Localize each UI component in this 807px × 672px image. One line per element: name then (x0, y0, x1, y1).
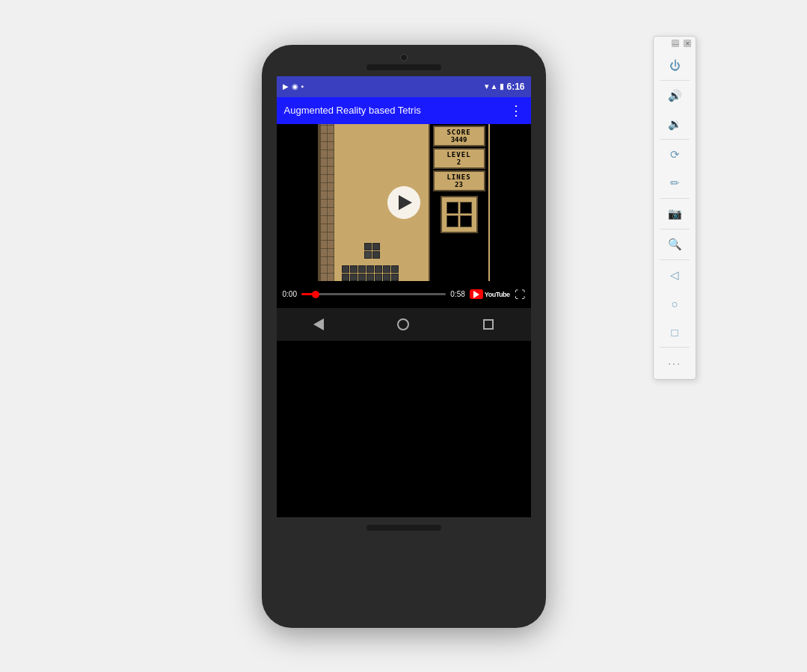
divider-5 (660, 259, 690, 260)
soft-recents-icon: □ (671, 326, 678, 339)
screenshot-icon: 📷 (668, 207, 682, 221)
phone-top (262, 45, 546, 70)
zoom-icon: 🔍 (668, 238, 682, 251)
divider-3 (660, 198, 690, 199)
panel-titlebar: — ✕ (654, 37, 696, 50)
status-bar: ▶ ◉ ▪ ▾ ▲ ▮ 6:16 (277, 76, 531, 97)
soft-recents-button[interactable]: □ (658, 318, 691, 345)
camera-notch (400, 54, 408, 61)
lines-value: 23 (438, 181, 481, 188)
divider-6 (660, 347, 690, 348)
level-label: LEVEL (438, 151, 481, 158)
signal-icon: ▲ (491, 82, 498, 90)
more-dots-icon: ··· (668, 354, 681, 371)
nav-bar (277, 308, 531, 341)
nav-recents-button[interactable] (475, 311, 502, 338)
volume-down-button[interactable]: 🔉 (658, 111, 691, 138)
status-time: 6:16 (506, 81, 524, 92)
level-value: 2 (438, 158, 481, 166)
score-panel: SCORE 3449 LEVEL 2 LINES 23 (430, 124, 488, 281)
youtube-play-icon (473, 291, 479, 298)
video-controls: 0:00 0:58 YouTube ⛶ (277, 281, 531, 308)
score-label: SCORE (438, 129, 481, 136)
soft-home-icon: ○ (671, 298, 678, 310)
volume-up-icon: 🔊 (668, 89, 682, 102)
battery-icon: ▮ (500, 82, 504, 90)
status-right-icons: ▾ ▲ ▮ 6:16 (485, 81, 525, 92)
play-button[interactable] (387, 186, 420, 219)
divider-4 (660, 229, 690, 229)
progress-thumb[interactable] (312, 291, 319, 298)
soft-back-button[interactable]: ◁ (658, 262, 691, 289)
screenshot-button[interactable]: 📷 (658, 200, 691, 227)
phone-device: ▶ ◉ ▪ ▾ ▲ ▮ 6:16 Augmented Reality based… (262, 45, 546, 628)
play-status-icon: ▶ (283, 82, 289, 90)
app-title: Augmented Reality based Tetris (284, 105, 421, 116)
phone-screen: ▶ ◉ ▪ ▾ ▲ ▮ 6:16 Augmented Reality based… (277, 76, 531, 517)
speaker-top (366, 64, 441, 70)
eraser-icon: ✏ (670, 176, 680, 190)
volume-up-button[interactable]: 🔊 (658, 82, 691, 109)
soft-home-button[interactable]: ○ (658, 290, 691, 317)
app-menu-button[interactable]: ⋮ (509, 102, 524, 119)
speaker-bottom (366, 525, 441, 531)
zoom-button[interactable]: 🔍 (658, 231, 691, 258)
nav-recents-icon (483, 319, 494, 330)
tetris-pieces (334, 221, 429, 281)
side-toolbar-panel: — ✕ ⏻ 🔊 🔉 ⟳ ✏ 📷 (653, 36, 696, 380)
video-area[interactable]: SCORE 3449 LEVEL 2 LINES 23 (277, 124, 531, 281)
level-box: LEVEL 2 (433, 148, 485, 169)
progress-bar[interactable] (301, 293, 446, 295)
play-triangle-icon (399, 195, 412, 210)
brick-wall (321, 124, 334, 281)
score-value: 3449 (438, 136, 481, 144)
panel-tools: ⏻ 🔊 🔉 ⟳ ✏ 📷 🔍 ◁ (654, 50, 696, 379)
time-end: 0:58 (450, 290, 464, 298)
icon-box (441, 196, 478, 233)
nav-back-button[interactable] (305, 311, 332, 338)
fullscreen-button[interactable]: ⛶ (515, 289, 525, 300)
rotate-icon: ⟳ (670, 148, 680, 161)
score-box: SCORE 3449 (433, 126, 485, 147)
eraser-button[interactable]: ✏ (658, 170, 691, 197)
power-icon: ⏻ (669, 59, 681, 72)
youtube-logo: YouTube (470, 289, 510, 299)
status-left-icons: ▶ ◉ ▪ (283, 82, 304, 90)
lines-box: LINES 23 (433, 170, 485, 191)
time-start: 0:00 (283, 290, 297, 298)
power-button[interactable]: ⏻ (658, 52, 691, 78)
grid-icon (447, 202, 472, 227)
nav-home-button[interactable] (390, 311, 417, 338)
app-bar: Augmented Reality based Tetris ⋮ (277, 97, 531, 124)
soft-back-icon: ◁ (670, 268, 679, 282)
lines-label: LINES (438, 173, 481, 181)
wifi-icon: ▾ (485, 82, 488, 90)
nav-back-icon (313, 318, 324, 330)
volume-down-icon: 🔉 (668, 117, 682, 131)
youtube-text: YouTube (485, 291, 510, 298)
nav-home-icon (397, 318, 409, 330)
more-options-button[interactable]: ··· (658, 349, 691, 376)
close-button[interactable]: ✕ (684, 40, 691, 47)
divider-1 (660, 80, 690, 81)
battery-status-icon: ▪ (301, 82, 304, 90)
divider-2 (660, 139, 690, 140)
rotate-button[interactable]: ⟳ (658, 141, 691, 168)
youtube-icon (470, 289, 483, 299)
location-status-icon: ◉ (292, 82, 298, 90)
minimize-button[interactable]: — (672, 40, 679, 47)
